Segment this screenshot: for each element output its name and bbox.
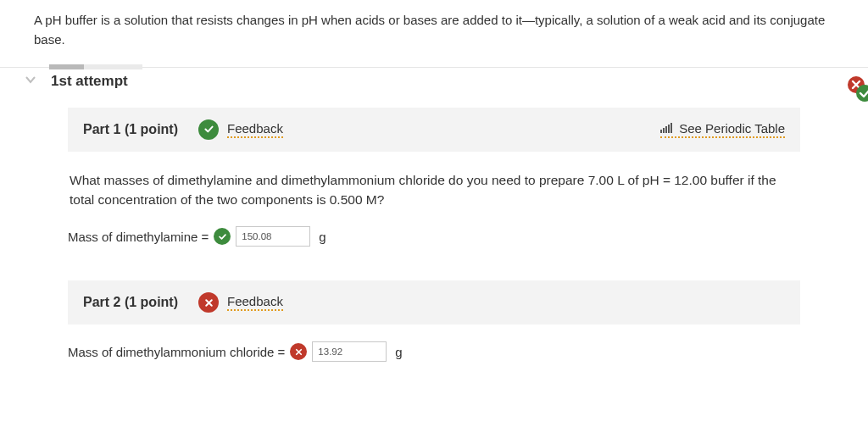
checkmark-icon <box>214 228 231 245</box>
part2-answer-input[interactable] <box>312 341 387 362</box>
part2-unit: g <box>395 345 402 359</box>
checkmark-icon <box>198 119 219 140</box>
part1-answer-input[interactable] <box>236 226 310 247</box>
attempt-header: 1st attempt <box>0 69 868 108</box>
part2-header: Part 2 (1 point) Feedback <box>68 280 800 324</box>
part1-header: Part 1 (1 point) Feedback See Periodic T… <box>68 108 800 152</box>
feedback-link[interactable]: Feedback <box>227 121 283 138</box>
svg-rect-6 <box>670 123 672 133</box>
part1-question: What masses of dimethylamine and dimethy… <box>68 152 800 227</box>
part1-answer-row: Mass of dimethylamine = g <box>68 226 800 270</box>
part2-label: Part 2 (1 point) <box>83 295 178 310</box>
feedback-link[interactable]: Feedback <box>227 294 283 311</box>
part2-answer-row: Mass of dimethylammonium chloride = g <box>68 324 800 362</box>
part1-unit: g <box>319 230 326 244</box>
attempt-title: 1st attempt <box>51 73 128 90</box>
svg-rect-5 <box>668 125 670 133</box>
x-icon <box>198 292 219 313</box>
attempt-status-badges <box>843 75 868 105</box>
svg-rect-3 <box>663 128 665 133</box>
svg-rect-4 <box>665 126 667 133</box>
svg-rect-2 <box>660 130 662 133</box>
part2-answer-label: Mass of dimethylammonium chloride = <box>68 345 285 359</box>
periodic-table-icon <box>660 123 674 133</box>
part1-answer-label: Mass of dimethylamine = <box>68 230 209 244</box>
part1-label: Part 1 (1 point) <box>83 122 178 137</box>
periodic-table-link[interactable]: See Periodic Table <box>660 121 785 138</box>
chevron-down-icon[interactable] <box>17 73 44 91</box>
periodic-table-label: See Periodic Table <box>679 121 785 136</box>
intro-text: A pH buffer is a solution that resists c… <box>0 0 868 67</box>
x-icon <box>290 343 307 360</box>
